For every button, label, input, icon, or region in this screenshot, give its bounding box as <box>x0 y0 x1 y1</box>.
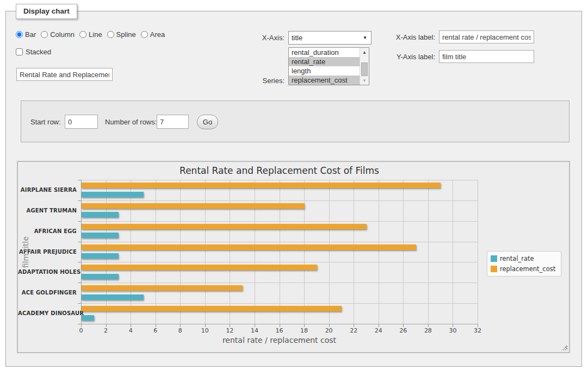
series-option-rental_rate[interactable]: rental_rate <box>289 57 360 66</box>
x-tick-label: 6 <box>145 327 166 334</box>
series-option-replacement_cost[interactable]: replacement_cost <box>289 76 360 85</box>
radio-label: Area <box>150 30 165 39</box>
bar-replacement_cost[interactable] <box>82 306 342 311</box>
x-axis-select[interactable]: title ▼ <box>288 31 372 45</box>
legend-item-rental_rate[interactable]: rental_rate <box>491 255 555 262</box>
bar-replacement_cost[interactable] <box>82 183 441 188</box>
x-tick-label: 10 <box>194 327 216 334</box>
legend-label: replacement_cost <box>500 265 555 273</box>
bar-replacement_cost[interactable] <box>82 285 243 291</box>
y-gridline <box>81 180 478 180</box>
x-tick-label: 12 <box>219 327 240 334</box>
scrollbar-thumb[interactable] <box>361 62 368 76</box>
radio-label: Line <box>89 30 102 39</box>
number-of-rows-input[interactable] <box>157 115 189 129</box>
chart-legend: rental_ratereplacement_cost <box>487 251 561 277</box>
x-tick-label: 32 <box>467 327 488 334</box>
x-tick-label: 16 <box>269 327 290 334</box>
x-gridline <box>304 180 305 324</box>
x-gridline <box>106 180 107 324</box>
bar-rental_rate[interactable] <box>82 315 94 321</box>
radio-label: Bar <box>25 30 36 39</box>
x-axis-select-label: X-Axis: <box>234 34 284 42</box>
y-gridline <box>81 242 478 242</box>
x-tick-label: 28 <box>417 327 439 334</box>
x-tick-label: 20 <box>318 327 340 334</box>
chart-type-option-column[interactable]: Column <box>41 30 75 39</box>
bar-replacement_cost[interactable] <box>82 265 317 270</box>
x-gridline <box>180 180 181 324</box>
y-axis-line <box>81 180 82 324</box>
y-axis-title: film title <box>21 236 30 267</box>
legend-label: rental_rate <box>500 255 534 262</box>
start-row-label: Start row: <box>30 118 61 126</box>
x-axis-label-input[interactable] <box>439 30 534 43</box>
start-row-input[interactable] <box>65 115 98 129</box>
scroll-down-icon[interactable]: ▼ <box>360 76 369 85</box>
bar-rental_rate[interactable] <box>82 253 119 259</box>
x-tick-label: 14 <box>244 327 265 334</box>
y-gridline <box>81 262 478 262</box>
bar-rental_rate[interactable] <box>82 294 144 300</box>
x-gridline <box>156 180 156 324</box>
area-radio[interactable] <box>141 31 148 38</box>
series-listbox-label: Series: <box>234 77 284 85</box>
x-gridline <box>478 180 478 324</box>
bar-rental_rate[interactable] <box>82 233 119 238</box>
chart-type-option-bar[interactable]: Bar <box>16 30 36 39</box>
x-gridline <box>280 180 280 324</box>
bar-replacement_cost[interactable] <box>82 224 367 229</box>
category-label: AIRPLANE SIERRA <box>18 187 77 193</box>
y-axis-label-input[interactable] <box>439 50 534 63</box>
bar-radio[interactable] <box>16 31 23 38</box>
stacked-row: Stacked <box>16 48 51 56</box>
scroll-up-icon[interactable]: ▲ <box>360 48 369 57</box>
series-listbox[interactable]: rental_durationrental_ratelengthreplacem… <box>288 47 369 85</box>
bar-rental_rate[interactable] <box>82 212 119 217</box>
chart-type-option-area[interactable]: Area <box>141 30 165 39</box>
x-axis-title: rental rate / replacement cost <box>81 336 478 344</box>
x-gridline <box>205 180 206 324</box>
chart: 02468101214161820222426283032AIRPLANE SI… <box>17 161 570 353</box>
number-of-rows-label: Number of rows: <box>105 118 157 126</box>
y-gridline <box>81 303 478 304</box>
x-tick-label: 18 <box>293 327 315 334</box>
stacked-label: Stacked <box>26 48 51 56</box>
y-gridline <box>81 221 478 222</box>
chart-type-radios: BarColumnLineSplineArea <box>16 30 165 39</box>
category-label: AGENT TRUMAN <box>18 208 77 214</box>
panel-title: Display chart <box>16 4 77 19</box>
bar-replacement_cost[interactable] <box>82 244 416 250</box>
x-axis-select-value: title <box>289 34 363 42</box>
series-scrollbar[interactable]: ▲ ▼ <box>360 48 369 85</box>
x-gridline <box>131 180 131 324</box>
x-tick-label: 4 <box>120 327 141 334</box>
x-axis-line <box>81 324 478 324</box>
category-label: AFRICAN EGG <box>18 228 77 234</box>
x-tick-label: 24 <box>368 327 389 334</box>
chevron-down-icon: ▼ <box>363 35 371 40</box>
series-option-length[interactable]: length <box>289 66 360 76</box>
go-button[interactable]: Go <box>197 115 218 129</box>
stacked-checkbox[interactable] <box>16 48 23 55</box>
series-option-rental_duration[interactable]: rental_duration <box>289 48 360 57</box>
chart-title-input[interactable] <box>16 68 113 81</box>
spline-radio[interactable] <box>107 31 114 38</box>
x-gridline <box>255 180 255 324</box>
x-gridline <box>230 180 230 324</box>
bar-replacement_cost[interactable] <box>82 203 305 209</box>
bar-rental_rate[interactable] <box>82 274 119 279</box>
x-gridline <box>354 180 354 324</box>
chart-type-option-spline[interactable]: Spline <box>107 30 136 39</box>
x-gridline <box>329 180 330 324</box>
line-radio[interactable] <box>79 31 86 38</box>
column-radio[interactable] <box>41 31 48 38</box>
x-tick-label: 26 <box>392 327 414 334</box>
legend-item-replacement_cost[interactable]: replacement_cost <box>491 265 555 273</box>
x-tick-label: 2 <box>95 327 117 334</box>
resize-handle-icon[interactable] <box>561 344 567 350</box>
radio-label: Spline <box>116 30 136 39</box>
chart-type-option-line[interactable]: Line <box>79 30 102 39</box>
bar-rental_rate[interactable] <box>82 192 144 197</box>
category-label: ACADEMY DINOSAUR <box>18 310 77 316</box>
